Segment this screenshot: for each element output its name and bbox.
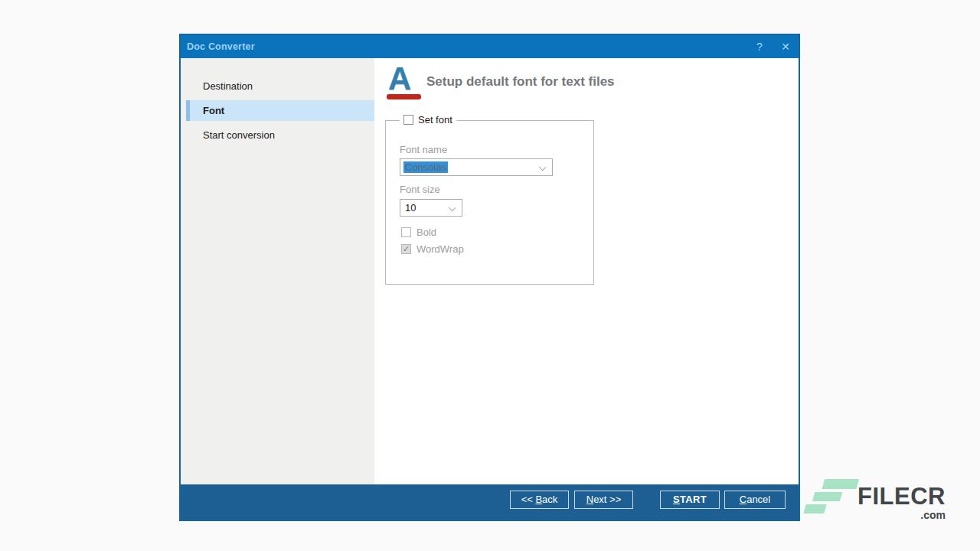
close-icon[interactable]: ✕ [773, 35, 799, 58]
sidebar-item-destination[interactable]: Destination [181, 74, 374, 99]
sidebar-item-start-conversion[interactable]: Start conversion [181, 123, 374, 148]
font-name-value: Consolas [403, 161, 448, 173]
start-button[interactable]: START [660, 491, 720, 509]
bold-label: Bold [416, 227, 436, 238]
bold-checkbox[interactable] [401, 227, 411, 237]
set-font-groupbox: Set font Font name Consolas Font size 10… [385, 120, 594, 285]
set-font-legend: Set font [400, 114, 456, 126]
page-title: Setup default font for text files [426, 74, 615, 90]
set-font-checkbox[interactable] [403, 115, 413, 125]
filecr-tld-text: .com [920, 509, 946, 521]
wordwrap-label: WordWrap [416, 243, 464, 255]
chevron-down-icon [539, 164, 546, 171]
selected-accent-bar [186, 100, 190, 121]
sidebar-item-label: Destination [203, 80, 253, 92]
title-bar: Doc Converter ? ✕ [181, 35, 799, 58]
font-size-value: 10 [405, 202, 416, 214]
filecr-brand-text: FILECR [858, 484, 946, 508]
filecr-logo-icon [803, 478, 858, 518]
sidebar-item-font[interactable]: Font [186, 100, 374, 121]
wizard-step-sidebar: Destination Font Start conversion [181, 58, 374, 484]
main-content: A Setup default font for text files Set … [374, 58, 799, 484]
next-button[interactable]: Next >> [574, 491, 633, 509]
logo-bar [822, 479, 859, 489]
doc-converter-window: Doc Converter ? ✕ Destination Font Start… [179, 34, 800, 521]
font-letter-icon: A [387, 63, 422, 103]
logo-bar [812, 492, 842, 501]
sidebar-item-label: Font [203, 105, 224, 116]
filecr-wordmark: FILECR .com [858, 478, 946, 521]
chevron-down-icon [449, 204, 456, 211]
red-underline-bar [387, 94, 421, 99]
bold-option: Bold [401, 227, 436, 238]
window-title: Doc Converter [187, 41, 255, 52]
font-size-select[interactable]: 10 [400, 199, 462, 217]
help-icon[interactable]: ? [746, 35, 773, 58]
logo-bar [803, 504, 826, 514]
wordwrap-option: ✓ WordWrap [401, 243, 464, 255]
font-name-label: Font name [400, 144, 447, 155]
footer-bar: << Back Next >> START Cancel [181, 484, 799, 520]
filecr-watermark: FILECR .com [808, 478, 946, 521]
back-button[interactable]: << Back [510, 491, 569, 509]
cancel-button[interactable]: Cancel [724, 491, 786, 509]
wordwrap-checkbox[interactable]: ✓ [401, 244, 411, 254]
font-name-select[interactable]: Consolas [400, 158, 553, 176]
window-body: Destination Font Start conversion A Setu… [181, 58, 799, 484]
font-size-label: Font size [400, 184, 440, 195]
letter-a-glyph: A [387, 63, 422, 95]
set-font-label: Set font [418, 114, 452, 126]
sidebar-item-label: Start conversion [203, 129, 275, 141]
